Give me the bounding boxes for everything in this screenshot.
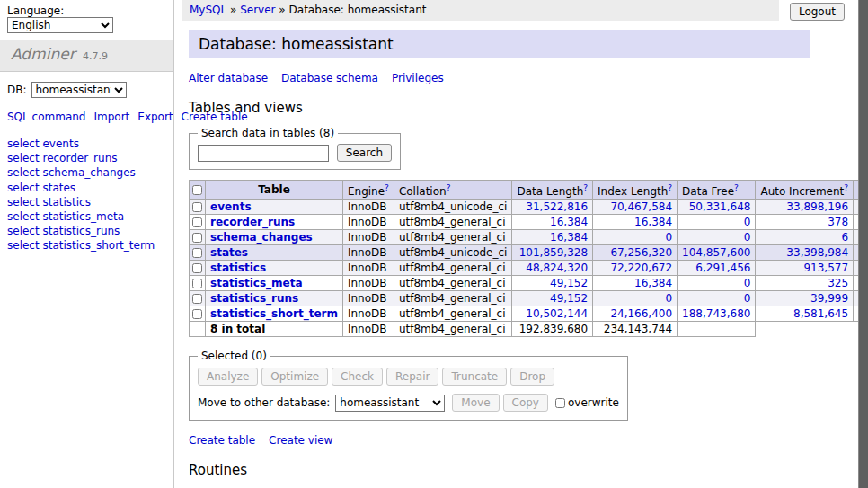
repair-button[interactable]: Repair [386,368,438,386]
data-free-link[interactable]: 50,331,648 [689,200,751,213]
create-link[interactable]: Create view [269,434,332,447]
select-all-checkbox[interactable] [192,185,202,195]
data-length-link[interactable]: 10,502,144 [526,307,588,320]
row-checkbox[interactable] [192,248,202,258]
language-select[interactable]: English [7,17,113,33]
row-check-cell [190,200,206,215]
sidebar-table-link[interactable]: select events [7,137,166,151]
column-help-link[interactable]: ? [385,183,389,192]
column-help-link[interactable]: ? [583,183,588,192]
auto-increment-link[interactable]: 33,898,196 [786,200,848,213]
search-button[interactable]: Search [337,144,392,162]
table-row: statisticsInnoDButf8mb4_general_ci48,824… [190,261,868,276]
breadcrumb-link[interactable]: MySQL [190,4,226,16]
data-length-cell: 48,824,320 [512,261,593,276]
table-name-link[interactable]: statistics_meta [210,277,303,289]
data-free-cell: 0 [678,291,756,306]
index-length-link[interactable]: 16,384 [634,216,672,228]
auto-increment-link[interactable]: 39,999 [810,292,848,305]
sidebar-table-link[interactable]: select schema_changes [7,165,166,180]
db-action-link[interactable]: Database schema [281,72,378,84]
row-checkbox[interactable] [192,233,202,243]
sidebar-link[interactable]: SQL command [7,111,85,123]
table-name-cell: schema_changes [206,230,343,245]
auto-increment-link[interactable]: 33,398,984 [786,246,848,259]
row-checkbox[interactable] [192,217,202,227]
overwrite-checkbox[interactable] [555,398,565,408]
drop-button[interactable]: Drop [510,368,554,386]
index-length-link[interactable]: 24,166,400 [610,307,672,320]
data-free-link[interactable]: 0 [744,216,751,228]
row-checkbox[interactable] [192,263,202,273]
search-input[interactable] [198,145,329,162]
data-length-link[interactable]: 101,859,328 [519,246,588,259]
index-length-link[interactable]: 70,467,584 [610,200,672,213]
data-length-link[interactable]: 49,152 [550,277,588,289]
row-checkbox[interactable] [192,279,202,288]
data-free-link[interactable]: 188,743,680 [682,307,750,320]
move-db-select[interactable]: homeassistant [335,395,445,412]
breadcrumb-link[interactable]: Server [240,4,275,16]
auto-increment-cell: 33,898,196 [756,200,854,215]
sidebar-table-link[interactable]: select statistics_short_term [7,238,166,253]
table-name-link[interactable]: schema_changes [210,231,313,244]
data-free-link[interactable]: 6,291,456 [695,262,750,274]
data-length-link[interactable]: 16,384 [550,231,588,244]
sidebar-table-link[interactable]: select statistics_meta [7,209,166,224]
data-free-cell: 0 [678,215,756,230]
sidebar-link[interactable]: Export [137,111,173,123]
data-length-link[interactable]: 49,152 [550,292,588,305]
scrollbar[interactable] [858,0,868,488]
auto-increment-link[interactable]: 6 [841,231,848,244]
truncate-button[interactable]: Truncate [442,368,507,386]
row-checkbox[interactable] [192,309,202,319]
table-name-link[interactable]: statistics_short_term [210,307,338,320]
table-name-link[interactable]: events [210,200,252,213]
table-name-link[interactable]: recorder_runs [210,216,295,228]
row-checkbox[interactable] [192,294,202,304]
data-free-link[interactable]: 0 [744,277,751,289]
index-length-link[interactable]: 0 [665,292,672,305]
data-length-link[interactable]: 31,522,816 [526,200,588,213]
app-name-link[interactable]: Adminer [11,45,75,63]
sidebar-table-link[interactable]: select recorder_runs [7,151,166,165]
data-free-link[interactable]: 104,857,600 [682,246,750,259]
db-select[interactable]: homeassistant [31,82,127,98]
auto-increment-link[interactable]: 913,577 [803,262,848,274]
table-name-link[interactable]: states [210,246,248,259]
auto-increment-link[interactable]: 325 [828,277,848,289]
table-name-link[interactable]: statistics [210,262,266,274]
sidebar-link[interactable]: Create table [182,111,248,123]
copy-button[interactable]: Copy [503,394,548,412]
analyze-button[interactable]: Analyze [198,368,258,386]
sidebar-link[interactable]: Import [93,111,129,123]
data-free-link[interactable]: 0 [744,292,751,305]
move-button[interactable]: Move [452,394,499,412]
row-checkbox[interactable] [192,202,202,212]
column-header: Collation? [394,181,512,200]
optimize-button[interactable]: Optimize [261,368,328,386]
data-length-link[interactable]: 16,384 [550,216,588,228]
auto-increment-link[interactable]: 8,581,645 [793,307,848,320]
logout-button[interactable]: Logout [790,3,845,21]
index-length-link[interactable]: 0 [665,231,672,244]
auto-increment-link[interactable]: 378 [828,216,848,228]
index-length-link[interactable]: 67,256,320 [610,246,672,259]
check-button[interactable]: Check [332,368,383,386]
column-help-link[interactable]: ? [844,183,848,192]
data-free-link[interactable]: 0 [744,231,751,244]
create-link[interactable]: Create table [189,434,255,447]
column-help-link[interactable]: ? [668,183,672,192]
column-help-link[interactable]: ? [447,183,451,192]
column-help-link[interactable]: ? [734,183,739,192]
sidebar-table-link[interactable]: select states [7,181,166,195]
index-length-link[interactable]: 72,220,672 [610,262,672,274]
table-name-link[interactable]: statistics_runs [210,292,298,305]
sidebar-table-link[interactable]: select statistics [7,195,166,209]
sidebar-table-link[interactable]: select statistics_runs [7,224,166,238]
db-action-link[interactable]: Privileges [392,72,444,84]
db-action-link[interactable]: Alter database [189,72,268,84]
index-length-link[interactable]: 16,384 [634,277,672,289]
data-length-link[interactable]: 48,824,320 [526,262,588,274]
main-area: MySQL » Server » Database: homeassistant… [175,0,868,488]
